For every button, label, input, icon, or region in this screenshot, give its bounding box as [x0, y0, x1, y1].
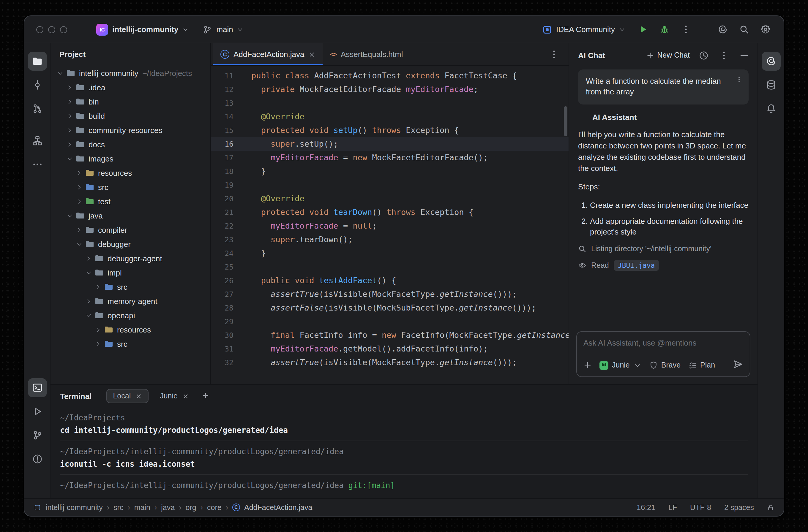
chevron-right-icon[interactable]	[74, 168, 84, 177]
pull-requests-tool-button[interactable]	[27, 99, 47, 118]
code-line[interactable]: 15 protected void setUp() throws Excepti…	[211, 124, 569, 137]
line-number[interactable]: 29	[211, 315, 242, 328]
tree-item[interactable]: src	[51, 280, 210, 294]
line-number[interactable]: 19	[211, 178, 242, 192]
encoding[interactable]: UTF-8	[690, 503, 711, 512]
code-line[interactable]: 26 public void testAddFacet() {	[211, 274, 569, 287]
line-number[interactable]: 24	[211, 246, 242, 260]
tree-item[interactable]: openapi	[51, 308, 210, 322]
line-number[interactable]: 14	[211, 110, 242, 124]
chevron-down-icon[interactable]	[84, 268, 93, 277]
breadcrumb-item[interactable]: main	[134, 503, 150, 512]
line-number[interactable]: 21	[211, 206, 242, 219]
line-number[interactable]: 18	[211, 165, 242, 178]
terminal-tab-junie[interactable]: Junie	[154, 390, 195, 402]
tool-call-listing[interactable]: Listing directory '~/intellij-community'	[578, 245, 749, 253]
tree-item[interactable]: src	[51, 337, 210, 351]
line-number[interactable]: 20	[211, 192, 242, 206]
code-line[interactable]: 19	[211, 178, 569, 192]
ai-input-box[interactable]: Junie Brave Plan	[576, 331, 750, 377]
new-chat-button[interactable]: New Chat	[646, 51, 690, 59]
breadcrumb-item[interactable]: org	[186, 503, 196, 512]
tree-item[interactable]: docs	[51, 137, 210, 151]
project-widget[interactable]: IC intellij-community	[91, 20, 194, 38]
line-number[interactable]: 12	[211, 82, 242, 96]
close-icon[interactable]	[182, 393, 189, 399]
code-line[interactable]: 32 assertTrue(isVisible(MockFacetType.ge…	[211, 356, 569, 369]
tree-item[interactable]: java	[51, 208, 210, 223]
line-number[interactable]: 28	[211, 301, 242, 315]
editor-scrollbar[interactable]	[564, 106, 567, 136]
lock-icon[interactable]	[767, 504, 774, 511]
terminal-tab-local[interactable]: Local	[107, 390, 148, 402]
run-tool-button[interactable]	[27, 402, 47, 421]
tree-item[interactable]: debugger	[51, 237, 210, 251]
window-controls[interactable]	[36, 26, 67, 33]
file-chip[interactable]: JBUI.java	[614, 260, 659, 271]
code-line[interactable]: 23 super.tearDown();	[211, 233, 569, 246]
line-number[interactable]: 17	[211, 151, 242, 165]
kebab-icon[interactable]	[735, 76, 743, 83]
code-line[interactable]: 30 final FacetInfo info = new FacetInfo(…	[211, 328, 569, 342]
line-number[interactable]: 13	[211, 96, 242, 110]
project-tool-button[interactable]	[27, 52, 47, 71]
plan-toggle[interactable]: Plan	[688, 361, 715, 369]
chevron-right-icon[interactable]	[65, 82, 74, 92]
problems-tool-button[interactable]	[27, 450, 47, 469]
tree-item[interactable]: src	[51, 180, 210, 194]
chat-history-button[interactable]	[697, 49, 710, 62]
chevron-right-icon[interactable]	[65, 125, 74, 135]
caret-position[interactable]: 16:21	[637, 503, 655, 512]
code-line[interactable]: 28 assertFalse(isVisible(MockSubFacetTyp…	[211, 301, 569, 315]
notifications-tool-button[interactable]	[761, 99, 781, 118]
indent-setting[interactable]: 2 spaces	[724, 503, 754, 512]
code-line[interactable]: 12 private MockFacetEditorFacade myEdito…	[211, 82, 569, 96]
line-number[interactable]: 32	[211, 356, 242, 369]
chevron-right-icon[interactable]	[65, 97, 74, 106]
ai-chat-input[interactable]	[583, 339, 743, 347]
chevron-right-icon[interactable]	[74, 196, 84, 206]
code-line[interactable]: 17 myEditorFacade = new MockFacetEditorF…	[211, 151, 569, 165]
tab-assertequals-html[interactable]: <>AssertEquals.html	[323, 43, 410, 65]
tree-item[interactable]: memory-agent	[51, 294, 210, 308]
line-number[interactable]: 25	[211, 260, 242, 274]
new-terminal-tab-button[interactable]	[202, 392, 209, 400]
tree-item[interactable]: resources	[51, 322, 210, 337]
tree-item[interactable]: resources	[51, 166, 210, 180]
breadcrumb-item[interactable]: src	[113, 503, 123, 512]
tree-item[interactable]: build	[51, 109, 210, 123]
chevron-right-icon[interactable]	[65, 139, 74, 149]
line-number[interactable]: 27	[211, 287, 242, 301]
structure-tool-button[interactable]	[27, 131, 47, 150]
tool-call-read[interactable]: Read JBUI.java	[578, 260, 749, 271]
code-line[interactable]: 22 myEditorFacade = null;	[211, 219, 569, 233]
line-number[interactable]: 22	[211, 219, 242, 233]
code-line[interactable]: 29	[211, 315, 569, 328]
code-line[interactable]: 18 }	[211, 165, 569, 178]
ai-assistant-button[interactable]	[714, 20, 731, 38]
close-icon[interactable]	[308, 51, 315, 58]
chevron-right-icon[interactable]	[84, 253, 93, 263]
chevron-right-icon[interactable]	[74, 182, 84, 192]
close-icon[interactable]	[135, 393, 142, 399]
tree-item[interactable]: community-resources	[51, 123, 210, 137]
line-number[interactable]: 16	[211, 137, 242, 151]
tree-item[interactable]: test	[51, 194, 210, 208]
zoom-window-button[interactable]	[60, 26, 67, 33]
model-selector[interactable]: Junie	[600, 361, 642, 369]
tree-item[interactable]: intellij-community~/IdeaProjects	[51, 66, 210, 80]
commit-tool-button[interactable]	[27, 75, 47, 94]
ai-chat-tool-button[interactable]	[761, 52, 781, 71]
line-number[interactable]: 11	[211, 69, 242, 82]
settings-button[interactable]	[756, 20, 774, 38]
tree-item[interactable]: impl	[51, 265, 210, 280]
chevron-down-icon[interactable]	[55, 68, 65, 78]
breadcrumb-item[interactable]: java	[161, 503, 175, 512]
run-button[interactable]	[634, 20, 652, 38]
tree-item[interactable]: debugger-agent	[51, 251, 210, 265]
minimize-window-button[interactable]	[48, 26, 55, 33]
attach-button[interactable]	[583, 361, 592, 369]
code-line[interactable]: 21 protected void tearDown() throws Exce…	[211, 206, 569, 219]
chevron-down-icon[interactable]	[65, 154, 74, 163]
debug-button[interactable]	[655, 20, 673, 38]
